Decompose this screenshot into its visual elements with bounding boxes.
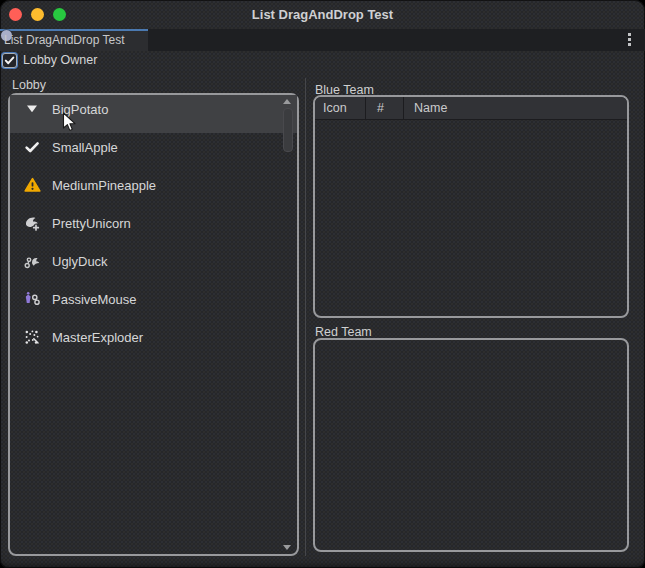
app-window: List DragAndDrop Test List DragAndDrop T… <box>0 0 645 568</box>
list-item[interactable]: BigPotato <box>10 95 297 133</box>
list-item[interactable]: PassiveMouse <box>10 285 297 323</box>
red-team-list[interactable] <box>313 338 629 552</box>
lobby-label: Lobby <box>12 78 46 92</box>
list-item[interactable]: SmallApple <box>10 133 297 171</box>
tab-label: List DragAndDrop Test <box>4 33 125 47</box>
scroll-up-icon[interactable] <box>283 99 291 104</box>
window-title: List DragAndDrop Test <box>0 0 645 29</box>
red-team-label: Red Team <box>315 325 372 339</box>
pane-divider[interactable] <box>305 78 306 556</box>
list-item[interactable]: UglyDuck <box>10 247 297 285</box>
lobby-owner-toggle[interactable]: Lobby Owner <box>2 52 97 68</box>
tab-list-draganddrop-test[interactable]: List DragAndDrop Test <box>0 29 148 51</box>
item-name: BigPotato <box>52 102 108 117</box>
list-item[interactable]: MasterExploder <box>10 323 297 361</box>
list-item[interactable]: MediumPineapple <box>10 171 297 209</box>
mouse-icon <box>23 290 41 308</box>
item-name: SmallApple <box>52 140 118 155</box>
checkmark-icon <box>23 138 41 156</box>
triangle-down-icon <box>23 100 41 118</box>
scrollbar-thumb[interactable] <box>283 108 293 152</box>
warning-icon <box>23 176 41 194</box>
item-name: MediumPineapple <box>52 178 156 193</box>
unicorn-icon <box>23 214 41 232</box>
lobby-owner-label: Lobby Owner <box>23 53 97 67</box>
column-header-icon: Icon <box>315 97 366 119</box>
item-name: PassiveMouse <box>52 292 137 307</box>
list-item[interactable]: PrettyUnicorn <box>10 209 297 247</box>
checkbox-checked-icon[interactable] <box>2 53 17 68</box>
blue-team-list[interactable]: Icon # Name <box>313 95 629 318</box>
scroll-down-icon[interactable] <box>283 545 291 550</box>
item-name: UglyDuck <box>52 254 108 269</box>
item-name: PrettyUnicorn <box>52 216 131 231</box>
blue-team-header: Icon # Name <box>315 97 627 120</box>
item-name: MasterExploder <box>52 330 143 345</box>
exploder-icon <box>23 328 41 346</box>
tab-bar: List DragAndDrop Test <box>0 29 645 51</box>
title-bar[interactable]: List DragAndDrop Test <box>0 0 645 29</box>
column-header-name: Name <box>404 97 627 119</box>
duck-icon <box>23 252 41 270</box>
column-header-number: # <box>366 97 404 119</box>
pane-menu-kebab-icon[interactable] <box>624 33 634 47</box>
lobby-list[interactable]: BigPotato SmallApple <box>8 93 299 556</box>
